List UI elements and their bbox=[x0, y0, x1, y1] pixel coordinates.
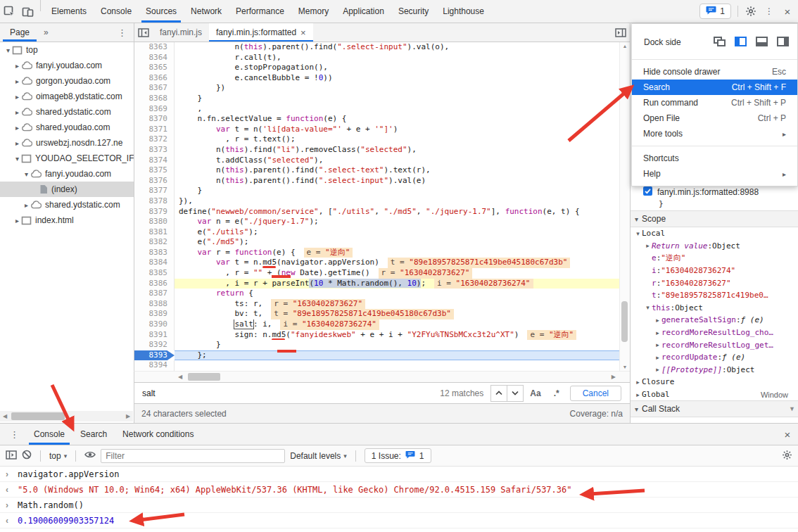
device-toolbar-icon[interactable] bbox=[18, 0, 37, 23]
code-line[interactable]: 8376 n(this).parent().find(".select-inpu… bbox=[134, 176, 630, 186]
issues-badge[interactable]: 1 bbox=[699, 4, 731, 19]
code-line[interactable]: 8365 e.stopPropagation(), bbox=[134, 63, 630, 73]
tab-console[interactable]: Console bbox=[94, 0, 139, 23]
close-tab-icon[interactable]: × bbox=[300, 27, 306, 38]
scroll-left-icon[interactable]: ◀ bbox=[178, 374, 182, 380]
clear-console-icon[interactable] bbox=[22, 450, 32, 462]
line-number[interactable]: 8376 bbox=[134, 176, 175, 186]
breakpoint-checkbox[interactable] bbox=[643, 186, 652, 198]
scope-row[interactable]: ▸recordMoreResultLog_get… bbox=[631, 338, 798, 351]
line-number[interactable]: 8379 bbox=[134, 207, 175, 217]
line-number[interactable]: 8375 bbox=[134, 165, 175, 176]
scroll-right-icon[interactable]: ▶ bbox=[123, 413, 133, 419]
line-number[interactable]: 8381 bbox=[134, 227, 175, 238]
menu-item-shortcuts[interactable]: Shortcuts bbox=[632, 151, 797, 166]
scope-row[interactable]: ▾Local bbox=[631, 227, 798, 240]
line-number[interactable]: 8377 bbox=[134, 186, 175, 196]
tree-expand-icon[interactable]: ▾ bbox=[4, 46, 12, 54]
scroll-down-icon[interactable]: ▼ bbox=[789, 405, 798, 412]
context-selector[interactable]: top▾ bbox=[49, 451, 67, 461]
tab-lighthouse[interactable]: Lighthouse bbox=[436, 0, 491, 23]
tree-collapse-icon[interactable]: ▸ bbox=[654, 354, 661, 361]
cancel-button[interactable]: Cancel bbox=[570, 386, 621, 401]
line-number[interactable]: 8387 bbox=[134, 289, 175, 299]
line-number[interactable]: 8388 bbox=[134, 299, 175, 310]
console-command[interactable]: ›navigator.appVersion bbox=[0, 467, 798, 482]
code-line[interactable]: 8364 r.call(t), bbox=[134, 53, 630, 63]
tree-item[interactable]: ▸index.html bbox=[0, 213, 134, 228]
tab-application[interactable]: Application bbox=[336, 0, 391, 23]
code-line[interactable]: 8367 }) bbox=[134, 83, 630, 94]
tree-item[interactable]: ▸shared.ydstatic.com bbox=[0, 197, 134, 213]
scope-row[interactable]: ▸Return value: Object bbox=[631, 240, 798, 253]
code-line[interactable]: 8391 sign: n.md5("fanyideskweb" + e + i … bbox=[134, 330, 630, 341]
sidebar-hscrollbar[interactable]: ◀ ▶ bbox=[0, 411, 133, 422]
log-levels-selector[interactable]: Default levels▾ bbox=[290, 451, 347, 461]
more-tabs-icon[interactable]: » bbox=[39, 23, 53, 42]
issues-button[interactable]: 1 Issue: 1 bbox=[365, 448, 431, 463]
tree-item[interactable]: ▾YOUDAO_SELECTOR_IF bbox=[0, 151, 134, 166]
scope-row[interactable]: ▸generateSaltSign: ƒ (e) bbox=[631, 314, 798, 327]
tree-item[interactable]: ▸shared.youdao.com bbox=[0, 120, 134, 135]
console-command[interactable]: ›Math.random() bbox=[0, 498, 798, 513]
tree-collapse-icon[interactable]: ▸ bbox=[654, 341, 661, 348]
match-case-button[interactable]: Aa bbox=[530, 388, 540, 398]
settings-gear-icon[interactable] bbox=[742, 0, 760, 23]
code-line[interactable]: 8389 bv: t,t = "89e18957825871c419be0451… bbox=[134, 309, 630, 319]
scope-row[interactable]: t: "89e18957825871c419be0… bbox=[631, 289, 798, 302]
tree-item[interactable]: ▸fanyi.youdao.com bbox=[0, 58, 134, 73]
tree-collapse-icon[interactable]: ▸ bbox=[13, 217, 21, 224]
tree-collapse-icon[interactable]: ▸ bbox=[654, 317, 661, 324]
eye-icon[interactable] bbox=[84, 450, 96, 461]
line-number[interactable]: 8393 bbox=[134, 350, 175, 361]
code-line[interactable]: 8378}), bbox=[134, 196, 630, 207]
line-number[interactable]: 8368 bbox=[134, 94, 175, 104]
close-devtools-icon[interactable]: × bbox=[778, 0, 797, 23]
scope-row[interactable]: ▸recordMoreResultLog_cho… bbox=[631, 327, 798, 339]
line-number[interactable]: 8392 bbox=[134, 340, 175, 350]
code-line[interactable]: 8375 n(this).parent().find(".select-text… bbox=[134, 165, 630, 176]
drawer-menu-icon[interactable]: ⋮ bbox=[3, 424, 26, 445]
scrollbar-thumb[interactable] bbox=[621, 301, 628, 342]
code-line[interactable]: 8377 } bbox=[134, 186, 630, 196]
scroll-down-icon[interactable]: ▼ bbox=[620, 365, 630, 369]
line-number[interactable]: 8363 bbox=[134, 42, 175, 53]
tree-collapse-icon[interactable]: ▸ bbox=[634, 391, 642, 398]
tree-expand-icon[interactable]: ▾ bbox=[23, 170, 30, 178]
file-tab[interactable]: fanyi.min.js bbox=[153, 23, 209, 42]
code-line[interactable]: 8374 t.addClass("selected"), bbox=[134, 156, 630, 166]
code-line[interactable]: 8382 e("./md5"); bbox=[134, 237, 630, 248]
file-tab[interactable]: fanyi.min.js:formatted× bbox=[209, 23, 313, 42]
scroll-left-icon[interactable]: ◀ bbox=[0, 413, 10, 419]
code-line[interactable]: 8380 var n = e("./jquery-1.7"); bbox=[134, 217, 630, 227]
tree-collapse-icon[interactable]: ▸ bbox=[13, 108, 21, 116]
next-match-button[interactable] bbox=[507, 385, 524, 402]
line-number[interactable]: 8374 bbox=[134, 156, 175, 166]
console-result[interactable]: ‹0.19006009903357124 bbox=[0, 513, 798, 528]
line-number[interactable]: 8383 bbox=[134, 248, 175, 258]
tree-item[interactable]: ▸urswebzj.nosdn.127.ne bbox=[0, 135, 134, 151]
tree-expand-icon[interactable]: ▾ bbox=[13, 155, 21, 163]
line-number[interactable]: 8386 bbox=[134, 279, 175, 289]
code-line[interactable]: 8366 e.cancelBubble = !0)) bbox=[134, 73, 630, 84]
line-number[interactable]: 8365 bbox=[134, 63, 175, 73]
code-line[interactable]: 8388 ts: r,r = "1630402873627" bbox=[134, 299, 630, 310]
undock-icon[interactable] bbox=[714, 37, 726, 49]
line-number[interactable]: 8366 bbox=[134, 73, 175, 84]
menu-item-run-command[interactable]: Run commandCtrl + Shift + P bbox=[632, 95, 797, 110]
line-number[interactable]: 8369 bbox=[134, 104, 175, 115]
tab-memory[interactable]: Memory bbox=[291, 0, 336, 23]
find-input[interactable] bbox=[141, 388, 433, 399]
code-line[interactable]: 8381 e("./utils"); bbox=[134, 227, 630, 238]
breakpoint-row[interactable]: fanyi.min.js:formatted:8988 bbox=[631, 185, 798, 199]
sidebar-menu-icon[interactable]: ⋮ bbox=[110, 23, 134, 42]
code-line[interactable]: 8392 } bbox=[134, 340, 630, 350]
dock-bottom-icon[interactable] bbox=[756, 37, 768, 49]
code-line[interactable]: 8368 } bbox=[134, 94, 630, 104]
sidebar-tab-page[interactable]: Page bbox=[0, 23, 39, 42]
regex-button[interactable]: .* bbox=[554, 388, 559, 398]
code-line[interactable]: 8373 n(this).find("li").removeClass("sel… bbox=[134, 145, 630, 156]
tree-collapse-icon[interactable]: ▸ bbox=[654, 329, 661, 336]
line-number[interactable]: 8390 bbox=[134, 319, 175, 330]
call-stack-section-header[interactable]: ▾ Call Stack ▼ bbox=[631, 400, 798, 417]
